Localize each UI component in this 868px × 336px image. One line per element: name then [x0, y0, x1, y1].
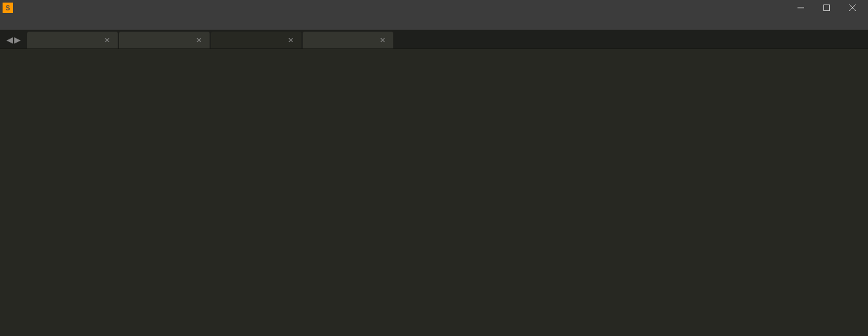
menu-help[interactable]	[96, 21, 106, 24]
tab-close-icon[interactable]: ✕	[104, 36, 110, 45]
menu-preferences[interactable]	[85, 21, 96, 24]
menu-edit[interactable]	[13, 21, 23, 24]
tab-programa[interactable]: ✕	[119, 32, 210, 48]
tab-close-icon[interactable]: ✕	[196, 36, 202, 45]
menu-bar	[0, 16, 868, 30]
menu-goto[interactable]	[54, 21, 65, 24]
menu-selection[interactable]	[23, 21, 34, 24]
title-bar: S	[0, 0, 868, 16]
menu-project[interactable]	[75, 21, 85, 24]
menu-find[interactable]	[34, 21, 44, 24]
minimize-button[interactable]	[788, 0, 814, 16]
code-editor[interactable]	[18, 49, 797, 336]
close-button[interactable]	[840, 0, 865, 16]
tab-calculo-consumo[interactable]: ✕	[303, 32, 393, 48]
app-icon: S	[3, 3, 13, 13]
tab-nav-back-icon[interactable]: ◀	[6, 35, 13, 45]
menu-tools[interactable]	[65, 21, 75, 24]
editor-area	[0, 49, 868, 336]
minimap[interactable]	[797, 49, 868, 336]
window-controls	[788, 0, 865, 16]
tab-primer-test[interactable]: ✕	[27, 32, 118, 48]
maximize-button[interactable]	[814, 0, 840, 16]
menu-view[interactable]	[44, 21, 54, 24]
tab-close-icon[interactable]: ✕	[288, 36, 294, 45]
tab-nav-arrows: ◀ ▶	[4, 35, 27, 48]
tab-close-icon[interactable]: ✕	[380, 36, 385, 45]
tab-nav-forward-icon[interactable]: ▶	[14, 35, 21, 45]
line-number-gutter	[0, 49, 18, 336]
tab-ejercicio[interactable]: ✕	[211, 32, 301, 48]
svg-rect-0	[824, 5, 830, 11]
menu-file[interactable]	[3, 21, 13, 24]
tab-bar: ◀ ▶ ✕ ✕ ✕ ✕	[0, 30, 868, 49]
